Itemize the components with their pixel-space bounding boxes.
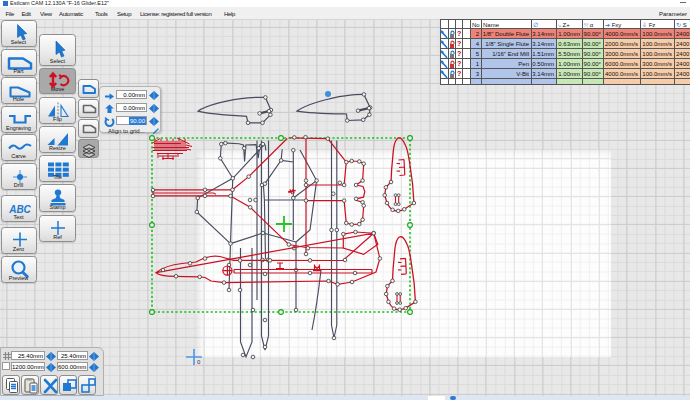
svg-text:0: 0 bbox=[197, 359, 201, 365]
